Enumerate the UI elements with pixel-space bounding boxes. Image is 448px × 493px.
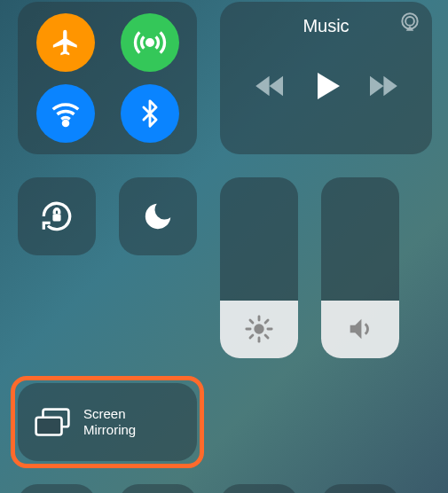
brightness-icon: [244, 314, 274, 344]
volume-slider[interactable]: [321, 177, 399, 358]
svg-line-12: [250, 335, 253, 338]
volume-icon: [345, 314, 375, 344]
airplane-icon: [51, 27, 81, 58]
wifi-toggle[interactable]: [36, 84, 95, 143]
music-title: Music: [303, 16, 349, 36]
flashlight-button[interactable]: [18, 484, 96, 493]
previous-track-icon[interactable]: [255, 74, 286, 98]
do-not-disturb-toggle[interactable]: [119, 177, 197, 255]
play-icon[interactable]: [309, 65, 344, 107]
svg-rect-15: [36, 418, 62, 435]
brightness-slider[interactable]: [220, 177, 298, 358]
bluetooth-icon: [135, 98, 165, 129]
magnifier-button[interactable]: [321, 484, 399, 493]
orientation-lock-icon: [37, 197, 76, 236]
screen-mirroring-label: ScreenMirroring: [83, 406, 136, 438]
screen-mirroring-icon: [34, 407, 71, 437]
airplane-mode-toggle[interactable]: [36, 13, 95, 72]
music-panel[interactable]: Music: [220, 2, 432, 154]
wifi-icon: [49, 97, 83, 130]
svg-line-10: [250, 320, 253, 323]
svg-point-1: [63, 121, 67, 126]
screen-mirroring-button[interactable]: ScreenMirroring: [18, 383, 197, 461]
timer-button[interactable]: [119, 484, 197, 493]
next-track-icon[interactable]: [367, 74, 397, 98]
svg-line-11: [265, 335, 268, 338]
camera-button[interactable]: [220, 484, 298, 493]
airplay-icon[interactable]: [398, 11, 421, 34]
do-not-disturb-icon: [141, 200, 175, 233]
bluetooth-toggle[interactable]: [121, 84, 179, 143]
svg-point-3: [405, 17, 414, 26]
svg-line-13: [265, 320, 268, 323]
svg-point-5: [254, 325, 263, 334]
cellular-data-toggle[interactable]: [121, 13, 179, 72]
svg-rect-4: [52, 214, 60, 221]
screen-mirroring-highlight: ScreenMirroring: [11, 376, 204, 468]
connectivity-panel: [18, 2, 197, 154]
svg-point-0: [146, 40, 153, 46]
cellular-icon: [132, 25, 168, 60]
orientation-lock-toggle[interactable]: [18, 177, 96, 255]
